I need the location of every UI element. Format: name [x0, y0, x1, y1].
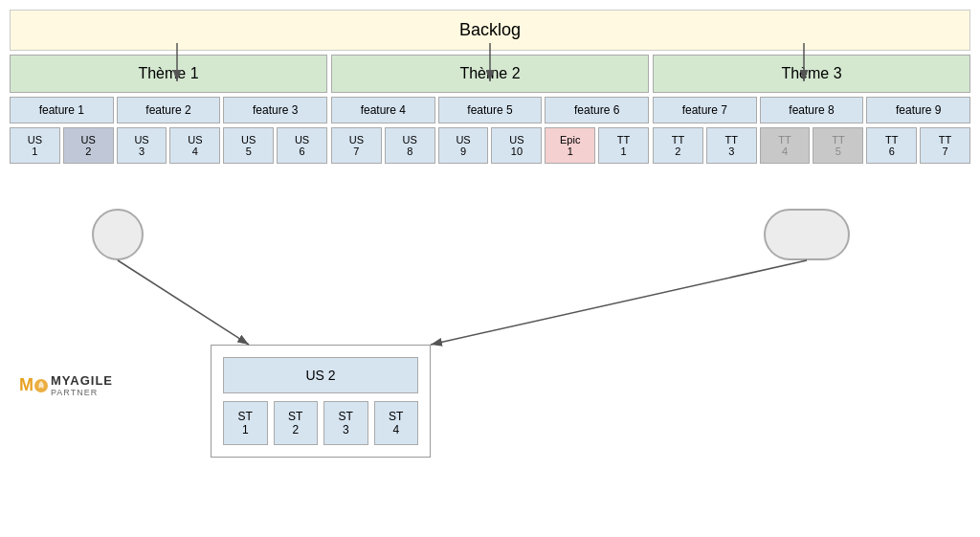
- story-us1: US1: [10, 127, 60, 164]
- theme3-stories: TT2 TT3 TT4 TT5 TT6 TT7: [653, 127, 970, 164]
- story-tt7: TT7: [920, 127, 970, 164]
- logo: M MYAGILE PARTNER: [19, 373, 113, 397]
- theme1-features: feature 1 feature 2 feature 3: [10, 97, 327, 123]
- theme1-stories: US1 US2 US3 US4 US5 US6: [10, 127, 327, 164]
- feature-6: feature 6: [545, 97, 649, 123]
- feature-4: feature 4: [331, 97, 435, 123]
- stories-row: US1 US2 US3 US4 US5 US6 US7 US8 US9 US10…: [10, 127, 970, 164]
- logo-partner: PARTNER: [51, 388, 113, 397]
- theme-cell-2: Thème 2: [331, 55, 649, 93]
- story-us10: US10: [491, 127, 542, 164]
- backlog-row: Backlog: [10, 10, 970, 51]
- top-section: Backlog Thème 1 Thème 2 Thème 3 feature …: [10, 10, 970, 164]
- story-us5: US5: [223, 127, 274, 164]
- story-epic1: Epic1: [545, 127, 595, 164]
- story-us7: US7: [331, 127, 382, 164]
- feature-2: feature 2: [117, 97, 221, 123]
- logo-company: MYAGILE: [51, 373, 113, 388]
- feature-3: feature 3: [223, 97, 327, 123]
- detail-st3: ST3: [323, 401, 368, 445]
- main-container: Backlog Thème 1 Thème 2 Thème 3 feature …: [0, 0, 980, 537]
- theme2-stories: US7 US8 US9 US10 Epic1 TT1: [331, 127, 649, 164]
- detail-st2: ST2: [274, 401, 319, 445]
- story-tt4: TT4: [760, 127, 811, 164]
- svg-line-6: [431, 260, 807, 345]
- theme3-features: feature 7 feature 8 feature 9: [653, 97, 970, 123]
- backlog-label: Backlog: [459, 20, 521, 39]
- story-tt1: TT1: [598, 127, 649, 164]
- theme2-features: feature 4 feature 5 feature 6: [331, 97, 649, 123]
- highlight-circle-us2: [92, 209, 144, 260]
- feature-8: feature 8: [760, 97, 864, 123]
- detail-st4: ST4: [374, 401, 419, 445]
- story-tt2: TT2: [653, 127, 703, 164]
- story-us3: US3: [117, 127, 167, 164]
- theme-cell-1: Thème 1: [10, 55, 327, 93]
- feature-5: feature 5: [438, 97, 543, 123]
- detail-stories: ST1 ST2 ST3 ST4: [223, 401, 418, 445]
- detail-box: US 2 ST1 ST2 ST3 ST4: [211, 345, 431, 458]
- story-us4: US4: [169, 127, 220, 164]
- themes-row: Thème 1 Thème 2 Thème 3: [10, 55, 970, 93]
- detail-st1: ST1: [223, 401, 268, 445]
- logo-icon: [33, 378, 49, 393]
- feature-7: feature 7: [653, 97, 757, 123]
- svg-line-5: [118, 260, 249, 345]
- story-us9: US9: [438, 127, 489, 164]
- theme-cell-3: Thème 3: [653, 55, 970, 93]
- feature-1: feature 1: [10, 97, 114, 123]
- story-tt6: TT6: [866, 127, 917, 164]
- story-tt3: TT3: [706, 127, 757, 164]
- detail-us-label: US 2: [223, 357, 418, 393]
- features-row: feature 1 feature 2 feature 3 feature 4 …: [10, 97, 970, 123]
- story-tt5: TT5: [813, 127, 863, 164]
- story-us6: US6: [277, 127, 327, 164]
- story-us8: US8: [385, 127, 435, 164]
- highlight-circle-tt45: [764, 209, 850, 260]
- story-us2: US2: [63, 127, 114, 164]
- feature-9: feature 9: [866, 97, 970, 123]
